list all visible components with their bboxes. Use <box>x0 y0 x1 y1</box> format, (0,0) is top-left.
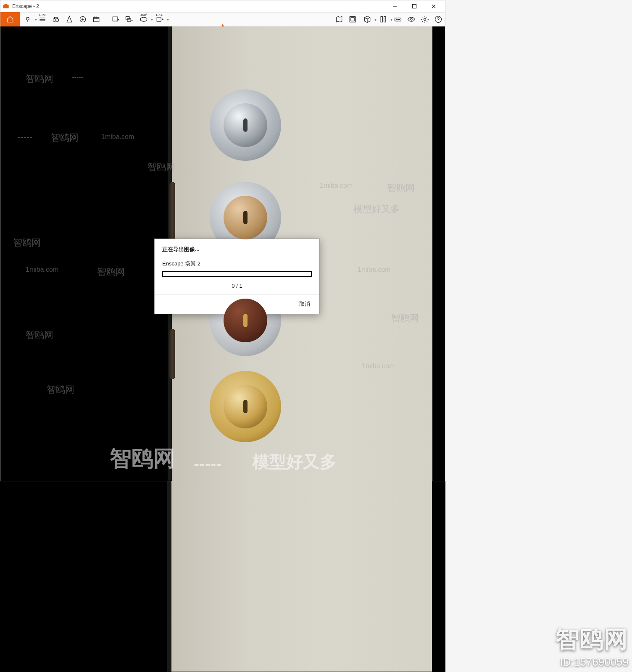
svg-rect-9 <box>127 18 131 21</box>
watermark: 1miba.com <box>26 266 58 273</box>
view-cube-button[interactable]: ▾ <box>359 12 375 26</box>
window-title: Enscape - 2 <box>12 3 39 9</box>
doorknob-gold <box>210 371 281 442</box>
progress-bar <box>162 271 312 277</box>
titlebar: Enscape - 2 <box>0 0 445 12</box>
settings-button[interactable] <box>418 12 432 26</box>
watermark: 智鸥网 <box>26 329 53 341</box>
watermark: 智鸥网 <box>47 383 74 396</box>
progress-counter: 0 / 1 <box>162 283 312 289</box>
door-latch <box>169 182 175 241</box>
binoculars-button[interactable] <box>49 12 63 26</box>
image-export-button[interactable] <box>109 12 122 26</box>
enscape-logo-icon <box>2 3 10 10</box>
compass-button[interactable] <box>63 12 76 26</box>
svg-rect-1 <box>413 5 416 8</box>
help-button[interactable] <box>432 12 445 26</box>
svg-point-16 <box>411 18 412 20</box>
pano-button[interactable]: 360° ▾ <box>136 12 152 26</box>
chevron-down-icon: ▾ <box>167 17 169 22</box>
brand-id: ID:157690059 <box>556 656 629 669</box>
overflow-area <box>0 481 445 672</box>
watermark: 1miba.com <box>101 133 134 141</box>
svg-point-2 <box>26 17 29 20</box>
svg-rect-13 <box>395 18 401 21</box>
batch-export-button[interactable] <box>122 12 136 26</box>
svg-rect-8 <box>126 16 129 19</box>
watermark: ----- <box>72 74 83 81</box>
watermark: 智鸥网 <box>97 266 125 278</box>
enscape-window: Enscape - 2 ▾ BIM <box>0 0 445 481</box>
video-button[interactable] <box>90 12 103 26</box>
svg-rect-10 <box>157 17 161 21</box>
svg-point-3 <box>53 18 56 21</box>
home-button[interactable] <box>0 12 20 26</box>
watermark: ----- <box>17 131 33 142</box>
toolbar: ▾ BIM <box>0 12 445 26</box>
dialog-title: 正在导出图像... <box>162 246 312 253</box>
minimize-button[interactable] <box>385 0 405 12</box>
gutter <box>445 0 632 672</box>
watermark-logo: 智鸥网 <box>110 444 175 473</box>
maximize-button[interactable] <box>405 0 424 12</box>
doorknob-silver <box>210 89 281 161</box>
add-button[interactable] <box>76 12 90 26</box>
exe-export-button[interactable]: EXE ▾ <box>152 12 168 26</box>
visibility-button[interactable] <box>405 12 418 26</box>
watermark: 智鸥网 <box>13 236 41 249</box>
svg-point-4 <box>56 18 59 21</box>
close-button[interactable] <box>424 0 443 12</box>
pin-button[interactable]: ▾ <box>20 12 36 26</box>
dialog-scene-name: Enscape 场景 2 <box>162 260 312 268</box>
svg-rect-12 <box>351 18 354 21</box>
brand-name: 智鸥网 <box>556 624 629 656</box>
svg-rect-7 <box>113 17 118 21</box>
svg-rect-6 <box>93 18 99 22</box>
map-button[interactable] <box>332 12 346 26</box>
svg-point-17 <box>424 18 426 21</box>
svg-point-14 <box>396 19 398 20</box>
watermark: 智鸥网 <box>26 73 53 85</box>
bim-button[interactable]: BIM <box>36 12 49 26</box>
vr-button[interactable] <box>391 12 405 26</box>
render-viewport[interactable]: 智鸥网 ----- ----- 智鸥网 1miba.com 智鸥网 智鸥网 1m… <box>0 26 445 481</box>
cancel-button[interactable]: 取消 <box>299 301 310 307</box>
svg-point-15 <box>398 19 400 20</box>
assets-button[interactable] <box>346 12 359 26</box>
brand-corner: 智鸥网 ID:157690059 <box>556 624 629 669</box>
door-latch <box>169 329 175 379</box>
watermark: 智鸥网 <box>51 131 79 144</box>
library-button[interactable]: ▾ <box>375 12 391 26</box>
